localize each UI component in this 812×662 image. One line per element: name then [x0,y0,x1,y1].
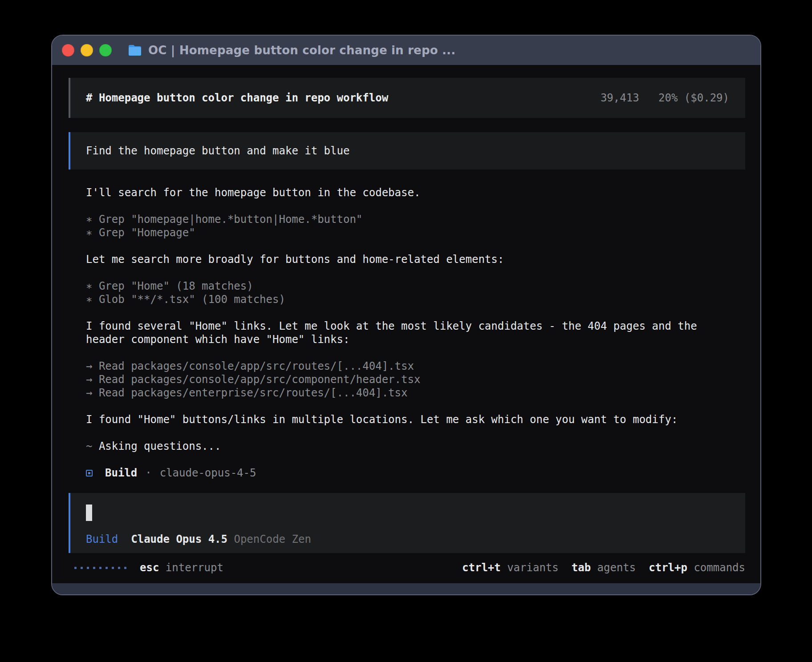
window-bottom-bar [52,583,760,594]
provider-label: OpenCode Zen [234,533,311,546]
hint-agents: tabagents [572,561,636,574]
session-stats: 39,413 20% ($0.29) [601,92,729,104]
assistant-text: Let me search more broadly for buttons a… [86,253,736,266]
agent-name: Build [105,466,137,480]
agent-build-icon [86,470,93,476]
token-count: 39,413 [601,92,639,104]
hint-commands: ctrl+pcommands [649,561,745,574]
tool-call-read: →Read packages/enterprise/src/routes/[..… [86,386,736,400]
status-left: esc interrupt [69,561,223,574]
tool-call-read: →Read packages/console/app/src/routes/[.… [86,359,736,373]
assistant-text: I found "Home" buttons/links in multiple… [86,413,736,426]
tool-call-grep: ∗Grep "Home" (18 matches) [86,279,736,293]
model-label: Claude Opus 4.5 [131,533,227,546]
traffic-lights [62,44,112,57]
status-right: ctrl+tvariants tabagents ctrl+pcommands [462,561,745,574]
conversation: I'll search for the homepage button in t… [86,186,736,480]
tool-bullet-icon: ∗ [86,213,92,226]
arrow-icon: → [86,387,92,399]
agent-model: claude-opus-4-5 [160,466,256,480]
arrow-icon: → [86,373,92,386]
tool-call-glob: ∗Glob "**/*.tsx" (100 matches) [86,293,736,306]
close-button[interactable] [62,44,74,57]
activity-dots-icon [74,567,126,569]
input-footer: Build Claude Opus 4.5 OpenCode Zen [86,533,730,546]
arrow-icon: → [86,360,92,372]
spinner-icon: ~ [86,440,92,452]
tool-call-group: ∗Grep "Home" (18 matches) ∗Glob "**/*.ts… [86,279,736,306]
window-title: OC | Homepage button color change in rep… [148,44,455,57]
separator-dot: · [145,466,151,480]
hint-variants: ctrl+tvariants [462,561,559,574]
tool-call-grep: ∗Grep "Homepage" [86,226,736,239]
folder-icon [128,44,142,56]
session-title: # Homepage button color change in repo w… [86,92,388,104]
user-message-text: Find the homepage button and make it blu… [86,145,349,157]
prompt-input[interactable]: Build Claude Opus 4.5 OpenCode Zen [69,493,745,553]
text-cursor [86,505,92,521]
esc-key-label: interrupt [166,561,223,574]
assistant-text: I'll search for the homepage button in t… [86,186,736,199]
agent-selector-label: Build [86,533,118,546]
status-bar: esc interrupt ctrl+tvariants tabagents c… [69,561,745,574]
tool-bullet-icon: ∗ [86,293,92,306]
tool-call-group: ∗Grep "homepage|home.*button|Home.*butto… [86,213,736,239]
minimize-button[interactable] [81,44,93,57]
user-message: Find the homepage button and make it blu… [69,132,745,170]
terminal-content: # Homepage button color change in repo w… [52,65,760,583]
context-usage: 20% ($0.29) [658,92,729,104]
terminal-window: OC | Homepage button color change in rep… [51,35,761,595]
window-titlebar: OC | Homepage button color change in rep… [52,36,760,65]
session-header: # Homepage button color change in repo w… [69,78,745,118]
activity-status: ~Asking questions... [86,440,736,453]
tool-call-read: →Read packages/console/app/src/component… [86,373,736,386]
tool-call-group: →Read packages/console/app/src/routes/[.… [86,359,736,400]
maximize-button[interactable] [99,44,112,57]
esc-key-hint: esc [140,561,159,574]
agent-status-line: Build · claude-opus-4-5 [86,466,736,480]
tool-bullet-icon: ∗ [86,280,92,292]
tool-bullet-icon: ∗ [86,226,92,239]
tool-call-grep: ∗Grep "homepage|home.*button|Home.*butto… [86,213,736,226]
assistant-text: I found several "Home" links. Let me loo… [86,319,736,346]
